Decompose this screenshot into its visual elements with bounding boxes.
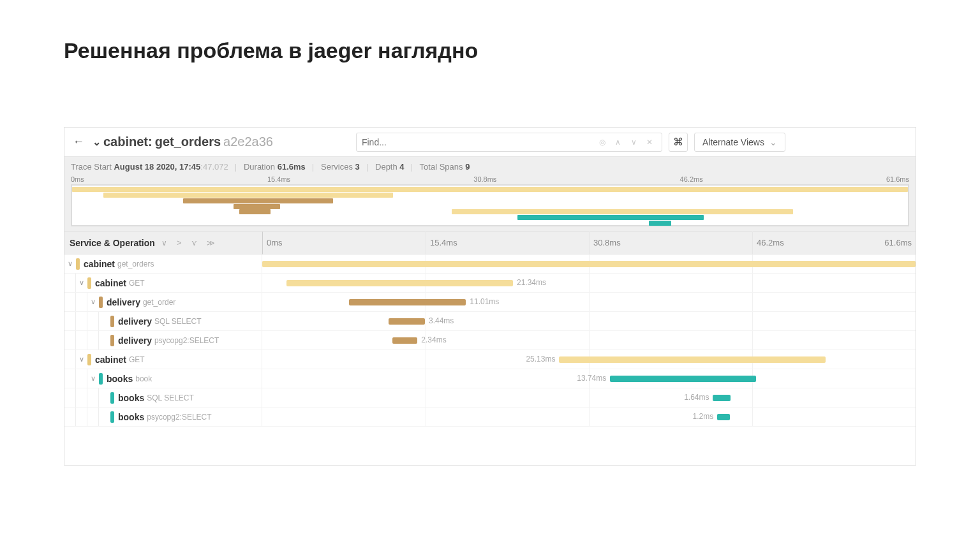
span-row[interactable]: ∨booksbook13.74ms bbox=[64, 369, 916, 388]
span-bar bbox=[349, 299, 466, 305]
span-row-label[interactable]: deliverypsycopg2:SELECT bbox=[64, 331, 262, 349]
expand-chevron-icon[interactable]: ∨ bbox=[76, 279, 87, 287]
span-timeline[interactable] bbox=[262, 254, 916, 273]
trace-title-wrap[interactable]: ⌄ cabinet: get_orders a2e2a36 bbox=[93, 135, 273, 149]
grid-line bbox=[589, 274, 590, 292]
depth-guide bbox=[76, 408, 87, 426]
meta-spans-value: 9 bbox=[465, 162, 470, 172]
depth-guide bbox=[87, 408, 99, 426]
find-input-wrap[interactable]: ◎ ∧ ∨ ✕ bbox=[356, 133, 662, 152]
tree-expand-controls[interactable]: ∨ > ⋎ ≫ bbox=[161, 239, 219, 247]
operation-name: get_orders bbox=[117, 260, 154, 268]
minimap-ticks: 0ms15.4ms30.8ms46.2ms61.6ms bbox=[71, 174, 909, 184]
minimap-bar bbox=[654, 221, 671, 226]
find-input[interactable] bbox=[362, 137, 595, 147]
expand-chevron-icon[interactable]: ∨ bbox=[76, 355, 87, 364]
depth-guide bbox=[64, 350, 76, 369]
minimap-bar bbox=[183, 198, 332, 203]
span-row-label[interactable]: ∨booksbook bbox=[64, 369, 262, 388]
depth-guide bbox=[64, 293, 76, 311]
duration-label: 2.34ms bbox=[421, 335, 446, 344]
depth-guide bbox=[64, 369, 76, 388]
grid-line bbox=[426, 350, 426, 369]
span-bar bbox=[262, 261, 916, 267]
span-timeline[interactable]: 3.44ms bbox=[262, 312, 916, 330]
span-row[interactable]: bookspsycopg2:SELECT1.2ms bbox=[64, 408, 916, 427]
meta-services-value: 3 bbox=[355, 162, 360, 172]
service-name: delivery bbox=[118, 335, 152, 346]
span-timeline[interactable]: 25.13ms bbox=[262, 350, 916, 369]
grid-line bbox=[752, 274, 753, 292]
expand-chevron-icon[interactable]: ∨ bbox=[87, 374, 99, 383]
minimap-bar bbox=[239, 209, 271, 214]
depth-guide bbox=[76, 293, 87, 311]
depth-guide bbox=[64, 388, 76, 407]
duration-label: 11.01ms bbox=[470, 297, 499, 306]
span-timeline[interactable]: 1.2ms bbox=[262, 408, 916, 426]
span-row[interactable]: ∨cabinetGET21.34ms bbox=[64, 274, 916, 293]
depth-guide bbox=[87, 312, 99, 330]
grid-line bbox=[426, 388, 426, 407]
service-color-swatch bbox=[99, 373, 103, 385]
minimap-section: 0ms15.4ms30.8ms46.2ms61.6ms bbox=[64, 174, 916, 231]
grid-line bbox=[426, 408, 426, 426]
span-row[interactable]: ∨deliveryget_order11.01ms bbox=[64, 293, 916, 312]
timeline-tick: 61.6ms bbox=[884, 231, 912, 254]
service-name: cabinet bbox=[84, 259, 115, 269]
depth-guide bbox=[64, 312, 76, 330]
span-row[interactable]: booksSQL SELECT1.64ms bbox=[64, 388, 916, 408]
grid-line bbox=[589, 293, 590, 311]
span-row-label[interactable]: ∨deliveryget_order bbox=[64, 293, 262, 311]
span-row[interactable]: deliverypsycopg2:SELECT2.34ms bbox=[64, 331, 916, 350]
minimap[interactable] bbox=[71, 184, 909, 226]
service-name: cabinet bbox=[95, 278, 126, 288]
span-timeline[interactable]: 1.64ms bbox=[262, 388, 916, 407]
service-color-swatch bbox=[76, 258, 80, 270]
minimap-tick: 0ms bbox=[71, 175, 84, 183]
span-row-label[interactable]: ∨cabinetget_orders bbox=[64, 254, 262, 273]
operation-name: psycopg2:SELECT bbox=[147, 413, 211, 422]
span-row-label[interactable]: ∨cabinetGET bbox=[64, 350, 262, 369]
grid-line bbox=[589, 408, 590, 426]
grid-line bbox=[589, 312, 590, 330]
meta-depth-value: 4 bbox=[399, 162, 404, 172]
minimap-bar bbox=[452, 209, 792, 214]
service-name: cabinet bbox=[95, 355, 126, 365]
columns-header: Service & Operation ∨ > ⋎ ≫ 0ms15.4ms30.… bbox=[64, 231, 916, 254]
span-row[interactable]: ∨cabinetGET25.13ms bbox=[64, 350, 916, 369]
expand-chevron-icon[interactable]: ∨ bbox=[64, 260, 76, 268]
span-row-label[interactable]: bookspsycopg2:SELECT bbox=[64, 408, 262, 426]
minimap-bar bbox=[72, 187, 908, 192]
span-timeline[interactable]: 2.34ms bbox=[262, 331, 916, 349]
meta-duration-value: 61.6ms bbox=[278, 162, 306, 172]
span-row-label[interactable]: ∨cabinetGET bbox=[64, 274, 262, 292]
span-row-label[interactable]: booksSQL SELECT bbox=[64, 388, 262, 407]
span-timeline[interactable]: 21.34ms bbox=[262, 274, 916, 292]
grid-line bbox=[752, 312, 753, 330]
minimap-tick: 30.8ms bbox=[473, 175, 496, 183]
duration-label: 25.13ms bbox=[526, 355, 555, 364]
back-button[interactable]: ← bbox=[71, 135, 86, 149]
duration-label: 13.74ms bbox=[577, 374, 606, 383]
span-row[interactable]: deliverySQL SELECT3.44ms bbox=[64, 312, 916, 331]
grid-line bbox=[752, 408, 753, 426]
service-color-swatch bbox=[110, 316, 114, 327]
alternate-views-dropdown[interactable]: Alternate Views ⌄ bbox=[694, 133, 785, 152]
meta-start-seconds: :47.072 bbox=[200, 162, 228, 172]
timeline-tick: 30.8ms bbox=[589, 231, 752, 254]
service-name: delivery bbox=[118, 316, 152, 327]
depth-guide bbox=[87, 388, 99, 407]
duration-label: 21.34ms bbox=[517, 278, 546, 287]
span-timeline[interactable]: 11.01ms bbox=[262, 293, 916, 311]
span-row[interactable]: ∨cabinetget_orders bbox=[64, 254, 916, 274]
find-controls[interactable]: ◎ ∧ ∨ ✕ bbox=[599, 138, 657, 147]
grid-line bbox=[752, 293, 753, 311]
expand-chevron-icon[interactable]: ∨ bbox=[87, 298, 99, 306]
shortcut-button[interactable]: ⌘ bbox=[669, 133, 688, 152]
command-icon: ⌘ bbox=[673, 136, 683, 148]
operation-name: SQL SELECT bbox=[147, 393, 194, 402]
span-timeline[interactable]: 13.74ms bbox=[262, 369, 916, 388]
span-row-label[interactable]: deliverySQL SELECT bbox=[64, 312, 262, 330]
trace-service: cabinet: bbox=[103, 135, 152, 149]
trace-id: a2e2a36 bbox=[223, 135, 273, 149]
